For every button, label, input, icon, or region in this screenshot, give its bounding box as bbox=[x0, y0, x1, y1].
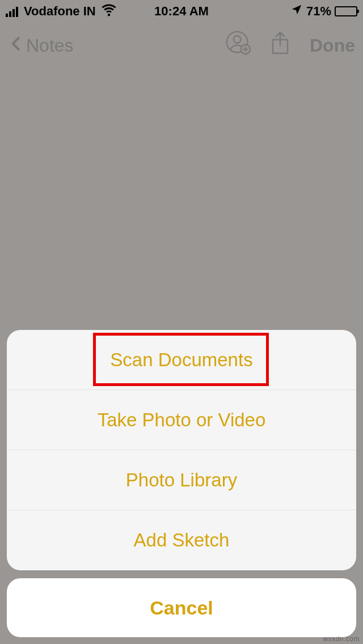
back-label: Notes bbox=[26, 35, 74, 56]
done-button[interactable]: Done bbox=[310, 35, 355, 56]
action-sheet: Scan Documents Take Photo or Video Photo… bbox=[0, 323, 363, 644]
cancel-label: Cancel bbox=[150, 597, 213, 619]
action-label: Scan Documents bbox=[110, 349, 252, 371]
wifi-icon bbox=[102, 2, 116, 20]
watermark: wsxdn.com bbox=[323, 635, 360, 643]
action-label: Take Photo or Video bbox=[98, 409, 266, 431]
status-bar: Vodafone IN 10:24 AM 71% bbox=[0, 0, 363, 23]
action-label: Add Sketch bbox=[134, 529, 230, 551]
share-icon[interactable] bbox=[270, 31, 290, 60]
action-take-photo-video[interactable]: Take Photo or Video bbox=[7, 390, 356, 450]
chevron-left-icon bbox=[8, 32, 25, 58]
back-button[interactable]: Notes bbox=[8, 32, 74, 58]
cancel-button[interactable]: Cancel bbox=[7, 578, 356, 637]
cell-signal-icon bbox=[6, 6, 18, 17]
location-icon bbox=[290, 3, 303, 19]
battery-pct: 71% bbox=[306, 4, 331, 19]
add-person-icon[interactable] bbox=[226, 31, 251, 60]
svg-point-1 bbox=[234, 36, 241, 43]
nav-bar: Notes Done bbox=[0, 23, 363, 68]
battery-icon bbox=[335, 6, 357, 16]
clock: 10:24 AM bbox=[154, 4, 209, 19]
carrier-label: Vodafone IN bbox=[24, 4, 96, 19]
action-photo-library[interactable]: Photo Library bbox=[7, 450, 356, 510]
action-add-sketch[interactable]: Add Sketch bbox=[7, 510, 356, 570]
action-scan-documents[interactable]: Scan Documents bbox=[7, 330, 356, 390]
action-label: Photo Library bbox=[126, 469, 237, 491]
